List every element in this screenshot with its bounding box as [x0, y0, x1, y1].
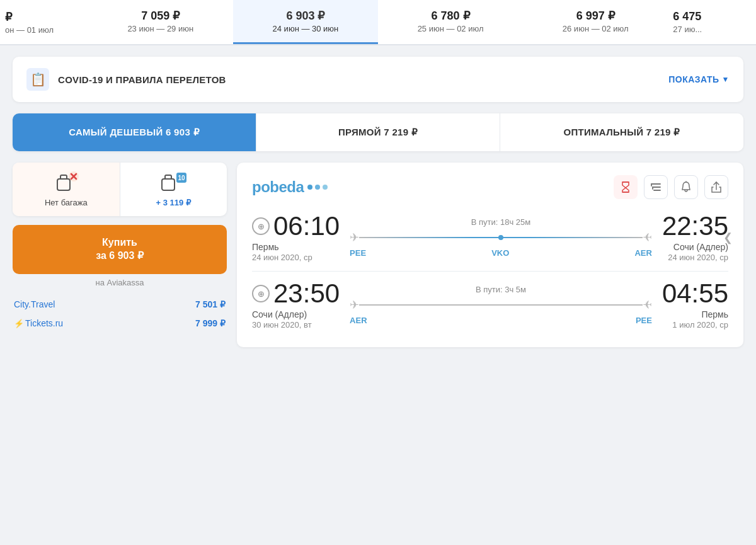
segment-1-codes: PEE VKO AER	[350, 248, 652, 258]
price-bar: ₽ он — 01 июл 7 059 ₽ 23 июн — 29 июн 6 …	[0, 0, 756, 45]
buy-button[interactable]: Купить за 6 903 ₽	[13, 225, 227, 274]
segment-1-arrive-date: 24 июн 2020, ср	[668, 253, 728, 262]
seller-row-tickets-ru: Tickets.ru 7 999 ₽	[13, 314, 227, 333]
price-bar-item-3[interactable]: 6 780 ₽ 25 июн — 02 июл	[378, 0, 523, 44]
price-bar-dates-2: 24 июн — 30 июн	[273, 24, 339, 33]
segment-1-stop-code: VKO	[491, 248, 509, 258]
price-bar-dates-4: 26 июн — 02 июл	[563, 24, 629, 33]
route-stop-1	[498, 235, 503, 240]
buy-label-line2: за 6 903 ₽	[96, 250, 144, 261]
price-bar-item-partial-right[interactable]: 6 475 27 ию...	[668, 0, 756, 44]
price-bar-price-2: 6 903 ₽	[286, 9, 324, 23]
city-travel-price: 7 501 ₽	[195, 299, 226, 309]
buy-label-line1: Купить	[102, 237, 137, 248]
price-bar-price: ₽	[5, 10, 12, 24]
price-bar-price-1: 7 059 ₽	[141, 9, 180, 23]
baggage-none-label: Нет багажа	[45, 198, 88, 207]
price-bar-price-3: 6 780 ₽	[432, 9, 470, 23]
segment-2-arrive-code: PEE	[636, 316, 652, 325]
left-sidebar: Нет багажа 10	[13, 163, 227, 347]
seller-row-city-travel: City.Travel 7 501 ₽	[13, 295, 227, 314]
segment-divider	[252, 271, 728, 272]
segment-1-arrive-code: AER	[634, 248, 651, 258]
baggage-tab-none[interactable]: Нет багажа	[13, 163, 120, 216]
expand-arrow-1[interactable]: ❮	[721, 231, 735, 244]
svg-rect-4	[162, 179, 175, 190]
tab-cheapest[interactable]: САМЫЙ ДЕШЕВЫЙ 6 903 ₽	[13, 113, 256, 151]
price-bar-price-5: 6 475	[673, 10, 701, 23]
price-bar-item-1[interactable]: 7 059 ₽ 23 июн — 29 июн	[88, 0, 233, 44]
segment-2-arrive: 04:55 Пермь 1 июл 2020, ср	[662, 280, 728, 330]
dot-3	[323, 185, 328, 190]
tab-direct-label: ПРЯМОЙ 7 219 ₽	[338, 127, 418, 138]
main-container: 📋 COVID-19 И ПРАВИЛА ПЕРЕЛЕТОВ ПОКАЗАТЬ …	[0, 45, 756, 359]
airline-logo: pobeda	[252, 178, 328, 196]
share-icon	[711, 181, 722, 193]
chevron-down-icon: ▼	[722, 75, 730, 84]
tickets-ru-link[interactable]: Tickets.ru	[14, 318, 63, 328]
document-icon: 📋	[30, 72, 46, 87]
segment-2-arrive-time: 04:55	[662, 280, 728, 307]
flight-card: pobeda	[237, 163, 743, 347]
no-baggage-icon	[52, 171, 80, 194]
dot-2	[315, 185, 320, 190]
segment-2-duration: В пути: 3ч 5м	[476, 285, 526, 294]
price-bar-item-4[interactable]: 6 997 ₽ 26 июн — 02 июл	[523, 0, 668, 44]
segment-1-depart-code: PEE	[350, 248, 366, 258]
segment-2-depart-code: AER	[350, 316, 367, 325]
airline-name: pobeda	[252, 178, 304, 196]
filter-icon	[650, 182, 662, 192]
dot-1	[307, 185, 312, 190]
route-line-2	[359, 304, 643, 306]
segment-2-codes: AER PEE	[350, 316, 652, 325]
depart-compass-icon-2: ⊕	[252, 285, 270, 302]
covid-show-label: ПОКАЗАТЬ	[668, 74, 719, 84]
segment-1-arrive-time: 22:35	[662, 213, 728, 239]
baggage-tab-with[interactable]: 10 + 3 119 ₽	[120, 163, 227, 216]
tab-cheapest-label: САМЫЙ ДЕШЕВЫЙ 6 903 ₽	[69, 127, 200, 138]
segment-2-depart-time: ⊕ 23:50	[252, 280, 340, 307]
card-actions	[614, 175, 728, 199]
segment-1-arrive: 22:35 Сочи (Адлер) 24 июн 2020, ср	[662, 213, 728, 262]
plane-arrive-icon: ✈	[643, 231, 652, 244]
segment-1-depart-date: 24 июн 2020, ср	[252, 253, 312, 262]
covid-show-button[interactable]: ПОКАЗАТЬ ▼	[668, 74, 730, 84]
share-button[interactable]	[704, 175, 728, 199]
filter-button[interactable]	[644, 175, 668, 199]
aviakassa-label: на Aviakassa	[13, 278, 227, 287]
price-bar-item-partial-left[interactable]: ₽ он — 01 июл	[0, 0, 88, 44]
flight-card-header: pobeda	[252, 175, 728, 199]
flight-segment-2: ⊕ 23:50 Сочи (Адлер) 30 июн 2020, вт В п…	[252, 280, 728, 330]
tab-optimal-label: ОПТИМАЛЬНЫЙ 7 219 ₽	[563, 127, 680, 138]
pobeda-dots	[307, 185, 328, 190]
segment-1-depart: ⊕ 06:10 Пермь 24 июн 2020, ср	[252, 213, 340, 262]
segment-1-depart-city: Пермь	[252, 242, 279, 252]
bell-button[interactable]	[674, 175, 698, 199]
segment-1-route-middle: В пути: 18ч 25м ✈ ✈ PEE VKO AER	[340, 217, 662, 258]
plane-depart-icon-2: ✈	[350, 298, 359, 312]
segment-2-line: ✈ ✈	[350, 298, 652, 312]
price-bar-dates: он — 01 июл	[5, 25, 54, 35]
tab-direct[interactable]: ПРЯМОЙ 7 219 ₽	[256, 113, 500, 151]
price-bar-item-2-active[interactable]: 6 903 ₽ 24 июн — 30 июн	[233, 0, 378, 44]
tab-optimal[interactable]: ОПТИМАЛЬНЫЙ 7 219 ₽	[500, 113, 743, 151]
with-baggage-icon: 10	[159, 171, 187, 194]
price-bar-dates-5: 27 ию...	[673, 25, 702, 34]
covid-icon: 📋	[26, 68, 49, 91]
timer-button[interactable]	[614, 175, 638, 199]
segment-2-depart-city: Сочи (Адлер)	[252, 309, 307, 319]
segment-1-duration: В пути: 18ч 25м	[471, 217, 531, 227]
bell-icon	[680, 181, 692, 193]
plane-arrive-icon-2: ✈	[643, 298, 652, 312]
city-travel-link[interactable]: City.Travel	[14, 299, 55, 309]
tickets-ru-price: 7 999 ₽	[195, 318, 226, 328]
price-bar-price-4: 6 997 ₽	[576, 9, 615, 23]
plane-depart-icon: ✈	[350, 231, 359, 244]
segment-2-arrive-date: 1 июл 2020, ср	[672, 320, 728, 330]
svg-rect-0	[57, 179, 70, 190]
segment-1-line: ✈ ✈	[350, 231, 652, 244]
segment-2-depart: ⊕ 23:50 Сочи (Адлер) 30 июн 2020, вт	[252, 280, 340, 330]
baggage-tabs: Нет багажа 10	[13, 163, 227, 216]
price-bar-dates-3: 25 июн — 02 июл	[418, 24, 484, 33]
flight-segment-1: ⊕ 06:10 Пермь 24 июн 2020, ср В пути: 18…	[252, 213, 728, 262]
